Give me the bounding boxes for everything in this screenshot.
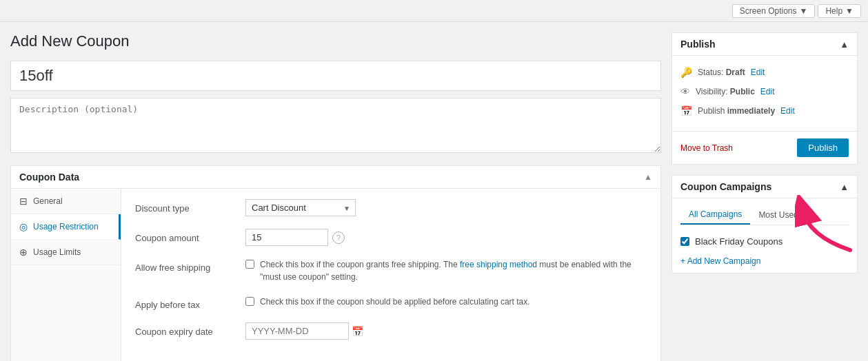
publish-button[interactable]: Publish [797, 138, 849, 157]
screen-options-button[interactable]: Screen Options ▼ [732, 4, 816, 18]
general-icon: ⊟ [19, 196, 28, 207]
tab-general-label: General [33, 196, 63, 206]
calendar-icon[interactable]: 📅 [352, 326, 363, 337]
free-shipping-checkbox-row: Check this box if the coupon grants free… [245, 258, 647, 283]
campaigns-body: All Campaigns Most Used Black Friday Cou… [672, 198, 857, 273]
free-shipping-row: Allow free shipping Check this box if th… [135, 258, 647, 283]
coupon-amount-row: Coupon amount ? [135, 229, 647, 246]
apply-before-tax-checkbox[interactable] [245, 297, 254, 306]
free-shipping-checkbox[interactable] [245, 260, 254, 269]
apply-before-tax-checkbox-row: Check this box if the coupon should be a… [245, 296, 647, 308]
main-content: Add New Coupon Coupon Data ▲ ⊟ General ◎… [10, 32, 661, 361]
publish-time-label: Publish immediately [698, 106, 775, 116]
visibility-edit-link[interactable]: Edit [760, 87, 775, 96]
discount-type-label: Discount type [135, 199, 245, 214]
date-input-wrap: 📅 [245, 322, 647, 340]
apply-before-tax-value: Check this box if the coupon should be a… [245, 296, 647, 308]
visibility-label: Visibility: Public [696, 87, 755, 96]
apply-before-tax-row: Apply before tax Check this box if the c… [135, 296, 647, 310]
coupon-data-body: ⊟ General ◎ Usage Restriction ⊕ Usage Li… [11, 189, 660, 361]
tab-usage-limits-label: Usage Limits [33, 247, 81, 257]
publish-status-row: 🔑 Status: Draft Edit [680, 63, 849, 82]
coupon-expiry-input[interactable] [245, 322, 349, 340]
visibility-icon: 👁 [680, 86, 690, 97]
campaigns-tabs: All Campaigns Most Used [680, 205, 849, 225]
coupon-name-input[interactable] [10, 61, 661, 91]
coupon-amount-label: Coupon amount [135, 229, 245, 243]
coupon-data-box: Coupon Data ▲ ⊟ General ◎ Usage Restrict… [10, 165, 661, 361]
campaigns-box-title: Coupon Campaigns [680, 181, 771, 192]
coupon-data-header[interactable]: Coupon Data ▲ [11, 166, 660, 189]
discount-type-select-wrap: Cart Discount Cart % Discount Product Di… [245, 199, 356, 216]
move-to-trash-link[interactable]: Move to Trash [680, 143, 733, 153]
publish-box: Publish ▲ 🔑 Status: Draft Edit 👁 Visibil… [672, 32, 858, 165]
chevron-down-icon: ▼ [800, 6, 808, 16]
campaigns-box-header: Coupon Campaigns ▲ [672, 176, 857, 198]
campaign-item-black-friday: Black Friday Coupons [680, 234, 849, 249]
coupon-campaigns-box: Coupon Campaigns ▲ All Campaigns Most Us… [672, 175, 858, 274]
campaign-checkbox-black-friday[interactable] [680, 237, 689, 246]
usage-limits-icon: ⊕ [19, 247, 28, 258]
status-edit-link[interactable]: Edit [751, 68, 765, 77]
discount-type-value: Cart Discount Cart % Discount Product Di… [245, 199, 647, 216]
tab-general[interactable]: ⊟ General [11, 189, 121, 214]
campaigns-collapse-icon: ▲ [840, 182, 849, 192]
tab-usage-limits[interactable]: ⊕ Usage Limits [11, 240, 121, 265]
apply-before-tax-text: Check this box if the coupon should be a… [260, 296, 530, 308]
page-layout: Add New Coupon Coupon Data ▲ ⊟ General ◎… [0, 22, 868, 361]
free-shipping-value: Check this box if the coupon grants free… [245, 258, 647, 283]
top-bar: Screen Options ▼ Help ▼ [0, 0, 868, 22]
publish-time-edit-link[interactable]: Edit [780, 106, 795, 116]
help-button[interactable]: Help ▼ [818, 4, 861, 18]
discount-type-row: Discount type Cart Discount Cart % Disco… [135, 199, 647, 216]
coupon-expiry-label: Coupon expiry date [135, 322, 245, 337]
publish-actions: Move to Trash Publish [672, 131, 857, 164]
coupon-amount-input[interactable] [245, 229, 328, 246]
discount-type-select[interactable]: Cart Discount Cart % Discount Product Di… [245, 199, 356, 216]
description-textarea[interactable] [10, 98, 661, 153]
publish-visibility-row: 👁 Visibility: Public Edit [680, 82, 849, 101]
tab-all-campaigns[interactable]: All Campaigns [680, 205, 750, 225]
coupon-data-title: Coupon Data [19, 172, 79, 183]
apply-before-tax-label: Apply before tax [135, 296, 245, 310]
publish-box-title: Publish [680, 39, 716, 50]
publish-box-header: Publish ▲ [672, 33, 857, 56]
screen-options-label: Screen Options [740, 6, 797, 16]
add-new-campaign-link[interactable]: + Add New Campaign [680, 256, 849, 266]
free-shipping-link[interactable]: free shipping method [460, 260, 537, 269]
coupon-expiry-row: Coupon expiry date 📅 [135, 322, 647, 340]
publish-collapse-icon: ▲ [840, 39, 849, 50]
publish-time-row: 📅 Publish immediately Edit [680, 101, 849, 121]
coupon-fields: Discount type Cart Discount Cart % Disco… [121, 189, 660, 361]
free-shipping-label: Allow free shipping [135, 258, 245, 273]
collapse-icon: ▲ [644, 172, 652, 182]
calendar-small-icon: 📅 [680, 105, 692, 116]
free-shipping-text: Check this box if the coupon grants free… [260, 258, 647, 283]
status-label: Status: Draft [698, 68, 745, 77]
coupon-amount-value: ? [245, 229, 647, 246]
page-title: Add New Coupon [10, 32, 661, 50]
campaign-name-black-friday: Black Friday Coupons [695, 236, 783, 247]
help-icon[interactable]: ? [332, 231, 345, 244]
tab-most-used[interactable]: Most Used [750, 205, 806, 225]
usage-restriction-icon: ◎ [19, 221, 28, 232]
tab-usage-restriction-label: Usage Restriction [33, 222, 99, 231]
tab-usage-restriction[interactable]: ◎ Usage Restriction [11, 214, 121, 240]
publish-body: 🔑 Status: Draft Edit 👁 Visibility: Publi… [672, 56, 857, 127]
coupon-expiry-value: 📅 [245, 322, 647, 340]
help-label: Help [825, 6, 842, 16]
sidebar: Publish ▲ 🔑 Status: Draft Edit 👁 Visibil… [672, 32, 858, 361]
coupon-tabs: ⊟ General ◎ Usage Restriction ⊕ Usage Li… [11, 189, 121, 361]
status-icon: 🔑 [680, 67, 692, 78]
chevron-down-icon: ▼ [845, 6, 854, 16]
